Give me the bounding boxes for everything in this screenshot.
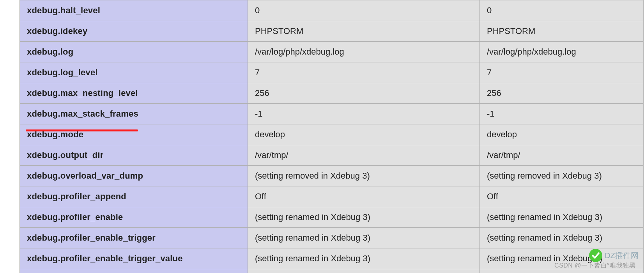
local-value-cell: (setting renamed in Xdebug 3) xyxy=(248,207,480,228)
table-row: xdebug.profiler_enable_trigger(setting r… xyxy=(20,228,644,248)
local-value-cell: 7 xyxy=(248,62,480,83)
table-row: xdebug.log_level77 xyxy=(20,62,644,83)
local-value-cell: (setting renamed in Xdebug 3) xyxy=(248,248,480,269)
master-value-cell: /var/tmp/ xyxy=(480,145,644,166)
local-value-cell: 256 xyxy=(248,83,480,104)
master-value-cell: (setting removed in Xdebug 3) xyxy=(480,166,644,186)
table-row: xdebug.profiler_appendOffOff xyxy=(20,186,644,207)
viewport: { "rows": [ {"k":"xdebug.halt_level","v1… xyxy=(0,0,644,273)
local-value-cell: (setting renamed in Xdebug 3) xyxy=(248,228,480,248)
master-value-cell: 7 xyxy=(480,62,644,83)
local-value-cell: 0 xyxy=(248,0,480,21)
table-row: xdebug.profiler_output_dir(setting renam… xyxy=(20,269,644,273)
local-value-cell: (setting renamed in Xdebug 3) xyxy=(248,269,480,273)
directive-name-cell: xdebug.log_level xyxy=(20,62,248,83)
table-row: xdebug.modedevelopdevelop xyxy=(20,124,644,145)
directive-name-cell: xdebug.halt_level xyxy=(20,0,248,21)
master-value-cell: (setting renamed in Xdebug 3) xyxy=(480,228,644,248)
master-value-cell: (setting renamed in Xdebug 3) xyxy=(480,207,644,228)
table-row: xdebug.overload_var_dump(setting removed… xyxy=(20,166,644,186)
dz-logo-icon xyxy=(589,249,602,262)
watermark-csdn: CSDN @一下皆白°唯我独黑 xyxy=(554,262,635,270)
directive-name-cell: xdebug.mode xyxy=(20,124,248,145)
local-value-cell: -1 xyxy=(248,104,480,124)
watermark-dz: DZ插件网 xyxy=(589,249,639,262)
table-row: xdebug.output_dir/var/tmp//var/tmp/ xyxy=(20,145,644,166)
watermark-dz-text: DZ插件网 xyxy=(605,250,639,261)
table-row: xdebug.max_stack_frames-1-1 xyxy=(20,104,644,124)
directive-name-cell: xdebug.max_stack_frames xyxy=(20,104,248,124)
master-value-cell: PHPSTORM xyxy=(480,21,644,42)
highlight-underline xyxy=(26,129,138,131)
directive-name-cell: xdebug.overload_var_dump xyxy=(20,166,248,186)
directive-name-cell: xdebug.profiler_enable_trigger xyxy=(20,228,248,248)
table-row: xdebug.max_nesting_level256256 xyxy=(20,83,644,104)
table-row: xdebug.idekeyPHPSTORMPHPSTORM xyxy=(20,21,644,42)
directive-name-cell: xdebug.profiler_append xyxy=(20,186,248,207)
table-row: xdebug.profiler_enable_trigger_value(set… xyxy=(20,248,644,269)
master-value-cell: 256 xyxy=(480,83,644,104)
master-value-cell: /var/log/php/xdebug.log xyxy=(480,42,644,62)
table-row: xdebug.profiler_enable(setting renamed i… xyxy=(20,207,644,228)
directive-name-cell: xdebug.idekey xyxy=(20,21,248,42)
local-value-cell: PHPSTORM xyxy=(248,21,480,42)
master-value-cell: Off xyxy=(480,186,644,207)
local-value-cell: /var/log/php/xdebug.log xyxy=(248,42,480,62)
local-value-cell: /var/tmp/ xyxy=(248,145,480,166)
phpinfo-settings-table: xdebug.halt_level00xdebug.idekeyPHPSTORM… xyxy=(19,0,644,273)
master-value-cell: 0 xyxy=(480,0,644,21)
table-row: xdebug.halt_level00 xyxy=(20,0,644,21)
table-row: xdebug.log/var/log/php/xdebug.log/var/lo… xyxy=(20,42,644,62)
directive-name-cell: xdebug.profiler_enable_trigger_value xyxy=(20,248,248,269)
directive-name-cell: xdebug.max_nesting_level xyxy=(20,83,248,104)
master-value-cell: develop xyxy=(480,124,644,145)
local-value-cell: Off xyxy=(248,186,480,207)
directive-name-cell: xdebug.profiler_enable xyxy=(20,207,248,228)
local-value-cell: develop xyxy=(248,124,480,145)
directive-name-cell: xdebug.log xyxy=(20,42,248,62)
master-value-cell: -1 xyxy=(480,104,644,124)
directive-name-cell: xdebug.profiler_output_dir xyxy=(20,269,248,273)
directive-name-cell: xdebug.output_dir xyxy=(20,145,248,166)
local-value-cell: (setting removed in Xdebug 3) xyxy=(248,166,480,186)
